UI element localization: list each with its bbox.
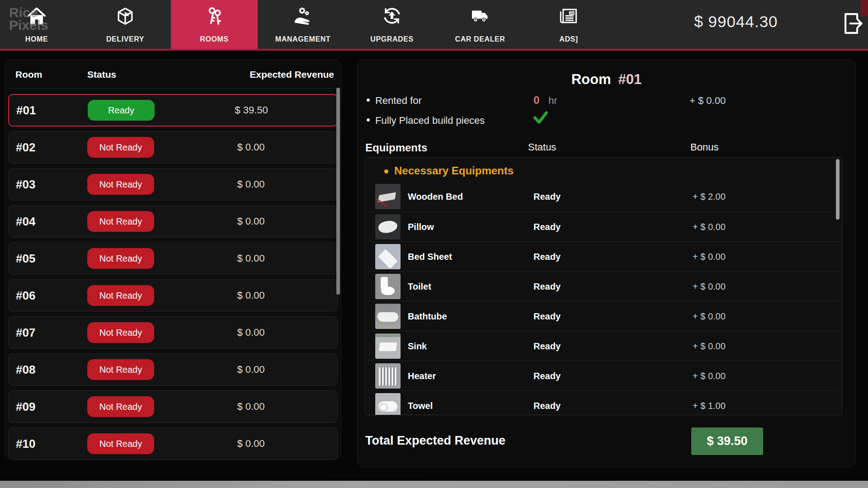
rented-hours-value: 0 bbox=[533, 94, 539, 107]
room-expected-revenue: $ 0.00 bbox=[206, 290, 296, 301]
tab-upgrades[interactable]: UPGRADES bbox=[349, 0, 435, 49]
room-number: #04 bbox=[16, 215, 35, 229]
room-number: #03 bbox=[16, 178, 35, 192]
room-status-badge: Not Ready bbox=[87, 433, 154, 454]
rooms-list-panel: Room Status Expected Revenue #01 Ready $… bbox=[5, 59, 341, 459]
room-row-05[interactable]: #05 Not Ready $ 0.00 bbox=[8, 242, 338, 275]
equipment-name: Pillow bbox=[408, 222, 434, 232]
tab-ads[interactable]: ADS ADS] bbox=[525, 0, 612, 49]
room-row-04[interactable]: #04 Not Ready $ 0.00 bbox=[8, 205, 338, 238]
equipment-status: Ready bbox=[533, 311, 561, 322]
room-row-02[interactable]: #02 Not Ready $ 0.00 bbox=[8, 131, 338, 164]
equipment-name: Toilet bbox=[408, 282, 431, 292]
equipment-bonus: + $ 0.00 bbox=[693, 311, 726, 322]
tab-rooms[interactable]: ROOMS bbox=[171, 0, 258, 49]
room-number: #09 bbox=[16, 400, 35, 414]
necessary-equipments-label: Necessary Equipments bbox=[394, 164, 514, 177]
truck-icon bbox=[469, 5, 491, 26]
room-number: #02 bbox=[16, 141, 35, 155]
top-navigation-bar: RicePixels HOME DELIVERY bbox=[0, 0, 868, 49]
wooden-bed-thumbnail bbox=[375, 184, 401, 209]
exit-door-icon bbox=[840, 10, 863, 37]
room-status-badge: Not Ready bbox=[87, 174, 154, 195]
tab-management[interactable]: MANAGEMENT bbox=[259, 0, 346, 49]
room-row-10[interactable]: #10 Not Ready $ 0.00 bbox=[8, 427, 338, 460]
equipment-bonus: + $ 0.00 bbox=[693, 371, 726, 381]
equipment-name: Bathtube bbox=[408, 311, 447, 322]
equipment-status: Ready bbox=[533, 401, 561, 411]
equipment-name: Towel bbox=[408, 401, 433, 411]
room-number: #08 bbox=[16, 363, 35, 377]
room-row-09[interactable]: #09 Not Ready $ 0.00 bbox=[8, 390, 338, 423]
rented-hours-unit: hr bbox=[548, 95, 557, 107]
room-row-03[interactable]: #03 Not Ready $ 0.00 bbox=[8, 168, 338, 201]
equipment-status: Ready bbox=[533, 282, 561, 292]
fully-placed-label: Fully Placed build pieces bbox=[375, 115, 485, 127]
tab-rooms-label: ROOMS bbox=[171, 35, 258, 43]
equipment-row-heater[interactable]: Heater Ready + $ 0.00 bbox=[368, 361, 839, 391]
pillow-thumbnail bbox=[375, 214, 401, 239]
tab-delivery[interactable]: DELIVERY bbox=[82, 0, 169, 49]
towel-thumbnail bbox=[375, 393, 401, 415]
svg-text:ADS: ADS bbox=[570, 12, 576, 14]
sink-thumbnail bbox=[375, 333, 401, 359]
package-icon bbox=[114, 5, 136, 26]
room-row-01[interactable]: #01 Ready $ 39.50 bbox=[8, 94, 338, 127]
column-header-expected-revenue: Expected Revenue bbox=[250, 69, 334, 80]
toilet-thumbnail bbox=[375, 274, 401, 299]
tab-car-dealer[interactable]: CAR DEALER bbox=[437, 0, 524, 49]
column-header-status: Status bbox=[87, 69, 116, 80]
tab-upgrades-label: UPGRADES bbox=[349, 35, 435, 43]
room-number: #06 bbox=[16, 289, 35, 303]
heater-thumbnail bbox=[375, 363, 401, 389]
equipment-row-pillow[interactable]: Pillow Ready + $ 0.00 bbox=[368, 211, 839, 242]
room-status-badge: Not Ready bbox=[87, 322, 154, 343]
rented-for-label: Rented for bbox=[375, 95, 422, 107]
corner-accent bbox=[861, 0, 868, 16]
nav-underline bbox=[0, 49, 868, 51]
equipment-row-bed-sheet[interactable]: Bed Sheet Ready + $ 0.00 bbox=[368, 241, 839, 272]
room-status-badge: Not Ready bbox=[87, 396, 154, 417]
equipment-name: Sink bbox=[408, 341, 427, 352]
newspaper-icon: ADS bbox=[558, 5, 580, 26]
bullet-icon bbox=[384, 169, 388, 174]
equipment-row-sink[interactable]: Sink Ready + $ 0.00 bbox=[368, 331, 839, 361]
column-header-equipments: Equipments bbox=[365, 141, 427, 154]
column-header-room: Room bbox=[15, 69, 42, 80]
room-expected-revenue: $ 0.00 bbox=[206, 401, 296, 413]
equipment-list-scrollbar[interactable] bbox=[836, 159, 840, 220]
room-status-badge: Not Ready bbox=[87, 211, 154, 232]
tab-car-dealer-label: CAR DEALER bbox=[437, 35, 524, 43]
room-row-07[interactable]: #07 Not Ready $ 0.00 bbox=[8, 316, 338, 349]
equipment-row-bathtube[interactable]: Bathtube Ready + $ 0.00 bbox=[368, 301, 839, 331]
exit-button[interactable] bbox=[840, 10, 863, 37]
equipment-status: Ready bbox=[533, 371, 561, 381]
header-divider bbox=[9, 88, 337, 89]
tab-management-label: MANAGEMENT bbox=[259, 35, 346, 43]
equipment-row-towel[interactable]: Towel Ready + $ 1.00 bbox=[368, 390, 839, 415]
equipment-name: Wooden Bed bbox=[408, 192, 463, 202]
check-icon bbox=[533, 111, 548, 124]
room-row-06[interactable]: #06 Not Ready $ 0.00 bbox=[8, 279, 338, 312]
room-expected-revenue: $ 0.00 bbox=[206, 327, 296, 338]
bathtube-thumbnail bbox=[375, 304, 401, 329]
equipment-name: Heater bbox=[408, 371, 436, 381]
watermark-line2: Pixels bbox=[9, 18, 48, 33]
rooms-list-scrollbar[interactable] bbox=[336, 88, 340, 295]
room-status-badge: Not Ready bbox=[87, 248, 154, 269]
column-header-bonus: Bonus bbox=[690, 141, 718, 153]
equipment-status: Ready bbox=[533, 252, 561, 262]
equipment-row-toilet[interactable]: Toilet Ready + $ 0.00 bbox=[368, 271, 839, 301]
bullet-icon bbox=[367, 118, 370, 122]
equipment-status: Ready bbox=[533, 341, 561, 352]
room-expected-revenue: $ 0.00 bbox=[206, 438, 296, 450]
equipment-name: Bed Sheet bbox=[408, 252, 452, 262]
equipment-row-wooden-bed[interactable]: Wooden Bed Ready + $ 2.00 bbox=[368, 182, 839, 211]
equipment-bonus: + $ 0.00 bbox=[693, 282, 726, 292]
room-row-08[interactable]: #08 Not Ready $ 0.00 bbox=[8, 353, 338, 386]
game-screen: RicePixels HOME DELIVERY bbox=[0, 0, 868, 488]
bullet-icon bbox=[367, 99, 370, 102]
tab-ads-label: ADS] bbox=[525, 35, 612, 43]
room-detail-title-number: #01 bbox=[618, 71, 642, 87]
equipment-status: Ready bbox=[533, 192, 561, 202]
